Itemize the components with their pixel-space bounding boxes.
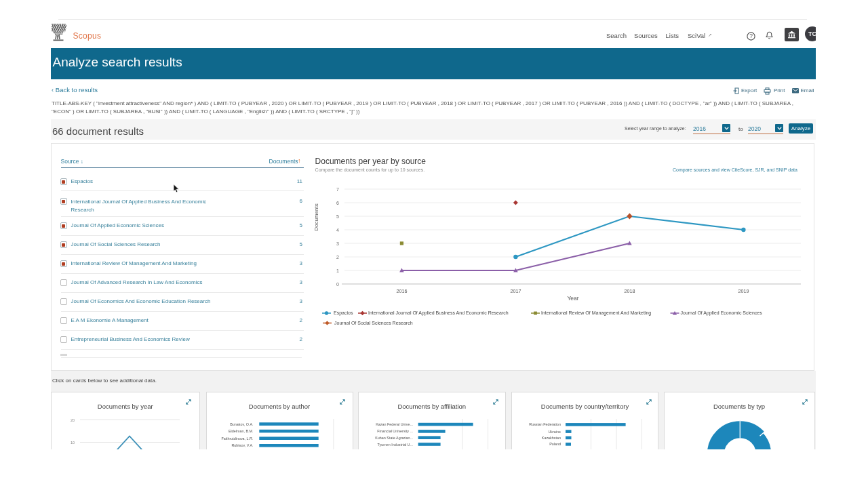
svg-text:10: 10	[71, 441, 75, 445]
svg-text:7: 7	[336, 187, 339, 192]
svg-text:6: 6	[336, 201, 339, 205]
svg-text:Journal Of Social Sciences Res: Journal Of Social Sciences Research	[334, 321, 413, 325]
svg-text:Tyumen Industrial U...: Tyumen Industrial U...	[378, 443, 413, 447]
svg-text:2019: 2019	[738, 288, 749, 294]
svg-text:International Review Of Manage: International Review Of Management And M…	[541, 310, 651, 316]
svg-text:5: 5	[336, 214, 339, 219]
svg-text:0: 0	[336, 282, 339, 287]
svg-text:Fakhrutdinova, L.R.: Fakhrutdinova, L.R.	[221, 436, 253, 441]
svg-text:Journal Of Applied Economic Sc: Journal Of Applied Economic Sciences	[681, 310, 763, 316]
svg-text:2018: 2018	[624, 288, 635, 294]
svg-text:Eidelman, B.M.: Eidelman, B.M.	[228, 429, 253, 433]
svg-text:International Journal Of Appli: International Journal Of Applied Busines…	[368, 310, 509, 316]
svg-text:Financial University ...: Financial University ...	[377, 429, 413, 433]
svg-text:Russian Federation: Russian Federation	[529, 422, 561, 426]
svg-text:Year: Year	[567, 295, 578, 302]
svg-text:2017: 2017	[510, 288, 521, 294]
svg-text:2016: 2016	[396, 288, 407, 294]
svg-text:3: 3	[336, 241, 339, 246]
svg-text:Espacios: Espacios	[334, 310, 353, 316]
svg-text:2: 2	[336, 255, 339, 260]
svg-text:1: 1	[336, 268, 339, 273]
svg-text:Kuban State Agrarian...: Kuban State Agrarian...	[375, 436, 413, 440]
svg-text:Kazan Federal Unive...: Kazan Federal Unive...	[376, 422, 413, 426]
svg-text:4: 4	[336, 228, 339, 232]
svg-text:Documents: Documents	[315, 203, 319, 230]
svg-text:Kazakhstan: Kazakhstan	[542, 436, 561, 440]
svg-text:Poland: Poland	[549, 442, 561, 446]
svg-text:20: 20	[71, 418, 75, 422]
svg-text:?: ?	[749, 33, 753, 39]
svg-text:Ukraine: Ukraine	[548, 430, 561, 434]
svg-text:Bunakov, O.A.: Bunakov, O.A.	[230, 422, 253, 426]
svg-text:Rubtsov, V.A.: Rubtsov, V.A.	[231, 443, 253, 447]
